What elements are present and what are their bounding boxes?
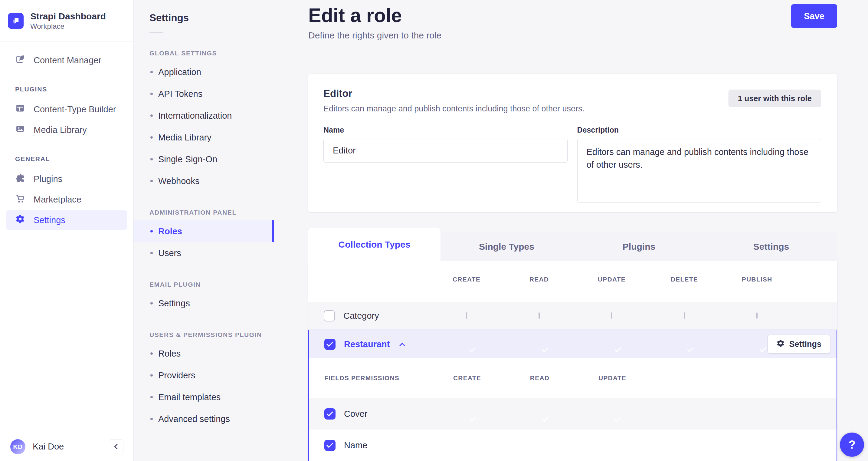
chevron-up-icon[interactable] [399,343,405,348]
name-field-group: Name [323,125,567,204]
subnav-item-label: Roles [158,226,182,236]
subnav-item-webhooks[interactable]: Webhooks [133,170,274,192]
page-header: Edit a role Define the rights given to t… [308,4,837,40]
category-delete-checkbox[interactable] [684,312,685,319]
subnav-title: Settings [150,12,274,24]
question-mark-icon: ? [848,438,855,451]
subnav-item-up-email-templates[interactable]: Email templates [133,386,274,408]
brand-workspace: Workplace [30,22,106,31]
users-with-role-button[interactable]: 1 user with this role [728,90,821,107]
fields-permissions-header: FIELDS PERMISSIONS CREATE READ UPDATE [309,358,837,398]
shopping-cart-icon [15,194,25,205]
subnav-item-label: Internationalization [158,111,232,121]
picture-icon [15,124,25,136]
subnav-item-label: Settings [158,298,190,309]
help-button[interactable]: ? [840,433,864,457]
subnav-item-internationalization[interactable]: Internationalization [133,105,274,126]
sidebar-item-label: Marketplace [34,195,82,205]
sidebar-item-media-library[interactable]: Media Library [6,120,127,140]
sidebar-item-plugins[interactable]: Plugins [6,169,127,189]
table-row-cover: Cover [309,398,837,430]
role-name-heading: Editor [323,88,585,99]
name-field-label: Name [323,125,567,135]
cover-row-checkbox[interactable] [324,408,336,420]
collapse-sidebar-button[interactable] [109,439,123,454]
category-create-checkbox[interactable] [466,312,467,319]
role-description-text: Editors can manage and publish contents … [323,104,585,114]
puzzle-icon [15,173,25,185]
save-button[interactable]: Save [791,4,837,28]
subnav-item-single-sign-on[interactable]: Single Sign-On [133,148,274,170]
row-label[interactable]: Category [343,311,379,321]
tab-plugins[interactable]: Plugins [573,232,705,261]
column-header-read: READ [503,276,576,283]
subnav-item-admin-roles[interactable]: Roles [133,220,274,242]
column-header-publish: PUBLISH [721,276,793,283]
sidebar-item-settings[interactable]: Settings [6,210,127,230]
fields-column-create: CREATE [431,374,503,382]
restaurant-row-toggle[interactable]: Restaurant [344,339,390,349]
permissions-tabs: Collection Types Single Types Plugins Se… [308,228,837,261]
category-publish-checkbox[interactable] [756,312,757,319]
chevron-left-icon [114,444,120,449]
sidebar-item-content-type-builder[interactable]: Content-Type Builder [6,99,127,119]
restaurant-settings-button[interactable]: Settings [768,335,830,353]
subnav-item-up-providers[interactable]: Providers [133,365,274,386]
restaurant-expanded-section: Restaurant [308,329,837,461]
column-header-create: CREATE [430,276,503,283]
page-header-text: Edit a role Define the rights given to t… [308,4,441,40]
settings-button-label: Settings [789,340,822,349]
name-row-checkbox[interactable] [324,440,336,451]
sidebar-item-label: Settings [34,215,65,225]
gear-icon [776,339,785,350]
table-row-name: Name [309,430,837,461]
name-field[interactable] [323,139,567,163]
subnav-item-application[interactable]: Application [133,61,274,83]
page-title: Edit a role [308,4,441,27]
permissions-section: Collection Types Single Types Plugins Se… [308,228,837,461]
permissions-table-header: CREATE READ UPDATE DELETE PUBLISH [308,261,837,302]
subnav-item-admin-users[interactable]: Users [133,242,274,264]
tab-collection-types[interactable]: Collection Types [308,228,440,261]
user-row[interactable]: KD Kai Doe [0,432,133,461]
subnav-item-label: Users [158,248,181,258]
strapi-logo-icon [8,13,24,29]
sidebar-section-plugins: PLUGINS [15,86,133,93]
fields-column-update: UPDATE [576,374,649,382]
subnav-item-up-roles[interactable]: Roles [133,343,274,365]
divider [150,32,163,33]
table-row-restaurant: Restaurant [309,330,837,358]
workspace-switcher[interactable]: Strapi Dashboard Workplace [0,0,133,41]
column-header-delete: DELETE [648,276,721,283]
subnav-item-email-settings[interactable]: Settings [133,292,274,314]
subnav-item-label: Single Sign-On [158,154,217,164]
table-row-category: Category [308,302,837,329]
subnav-item-media-library[interactable]: Media Library [133,126,274,148]
subnav-section-email-plugin: EMAIL PLUGIN [150,281,274,288]
description-field-label: Description [577,125,822,135]
subnav-item-api-tokens[interactable]: API Tokens [133,83,274,105]
subnav-item-label: API Tokens [158,89,203,99]
category-read-checkbox[interactable] [538,312,540,319]
category-update-checkbox[interactable] [611,312,612,319]
subnav-item-label: Email templates [158,392,221,402]
role-card-top: Editor Editors can manage and publish co… [323,88,821,114]
layout-grid-icon [15,103,25,115]
page-subtitle: Define the rights given to the role [308,30,441,40]
tab-settings[interactable]: Settings [705,232,837,261]
settings-subnav: Settings GLOBAL SETTINGS Application API… [133,0,274,461]
restaurant-row-checkbox[interactable] [324,339,336,350]
category-row-checkbox[interactable] [324,310,335,321]
tab-single-types[interactable]: Single Types [440,232,573,261]
sidebar-item-content-manager[interactable]: Content Manager [6,51,127,70]
subnav-item-up-advanced-settings[interactable]: Advanced settings [133,408,274,430]
description-field[interactable]: Editors can manage and publish contents … [577,139,822,202]
row-label: Cover [344,409,367,419]
subnav-section-users-permissions-plugin: USERS & PERMISSIONS PLUGIN [150,331,274,338]
role-form-fields: Name Description Editors can manage and … [323,125,821,204]
subnav-section-global-settings: GLOBAL SETTINGS [150,50,274,57]
sidebar-item-marketplace[interactable]: Marketplace [6,190,127,209]
sidebar-section-general: GENERAL [15,155,133,163]
subnav-item-label: Advanced settings [158,414,230,424]
subnav-item-label: Roles [158,349,181,359]
